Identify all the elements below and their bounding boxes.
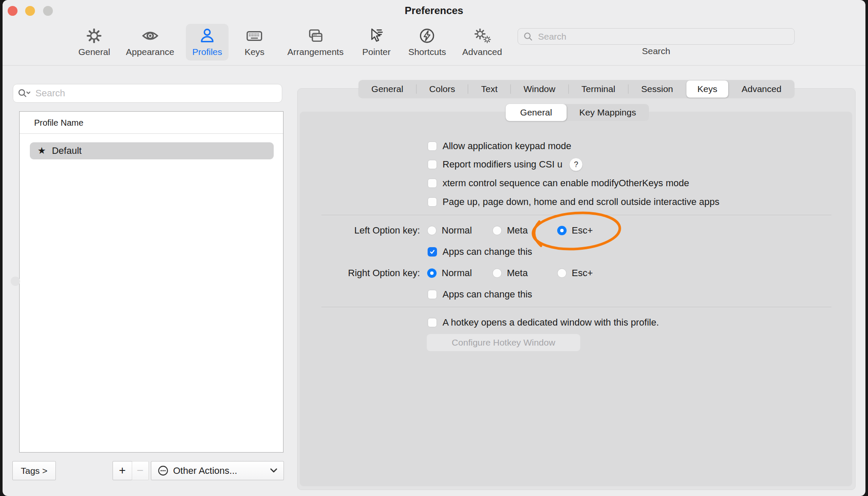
- radio-circle[interactable]: [492, 226, 502, 235]
- row-right-apps-can-change: Apps can change this: [428, 288, 532, 300]
- right-option-key-label: Right Option key:: [258, 267, 420, 279]
- row-modify-other-keys: xterm control sequence can enable modify…: [428, 177, 689, 189]
- toolbar-item-profiles[interactable]: Profiles: [186, 24, 229, 61]
- subtab-general[interactable]: General: [506, 104, 567, 121]
- checkbox-keypad-mode[interactable]: [428, 141, 437, 151]
- row-csi-u: Report modifiers using CSI u ?: [428, 159, 583, 170]
- radio-right-esc[interactable]: Esc+: [557, 267, 593, 279]
- toolbar-item-pointer[interactable]: Pointer: [356, 24, 397, 61]
- profile-list-header: Profile Name: [34, 118, 84, 128]
- toolbar-item-general[interactable]: General: [72, 24, 117, 61]
- eye-icon: [141, 26, 159, 45]
- profile-search-field[interactable]: [13, 84, 282, 103]
- tab-session[interactable]: Session: [628, 80, 686, 98]
- tab-text[interactable]: Text: [469, 80, 511, 98]
- checkbox-right-apps-change[interactable]: [428, 290, 437, 299]
- toolbar-item-keys[interactable]: Keys: [238, 24, 271, 61]
- gray-dot-artifact: [11, 277, 20, 286]
- profile-search-input[interactable]: [35, 87, 278, 99]
- radio-right-normal[interactable]: Normal: [427, 267, 472, 279]
- radio-circle[interactable]: [557, 268, 567, 278]
- search-filter-icon: [17, 88, 31, 98]
- toolbar-search-caption: Search: [518, 46, 795, 56]
- left-option-key-label: Left Option key:: [258, 225, 420, 236]
- radio-circle[interactable]: [492, 268, 502, 278]
- cursor-icon: [367, 26, 386, 45]
- gears-icon: [473, 26, 492, 45]
- toolbar-item-advanced[interactable]: Advanced: [456, 24, 508, 61]
- profile-list: Profile Name ★ Default: [19, 111, 284, 453]
- tab-general[interactable]: General: [359, 80, 416, 98]
- ellipsis-circle-icon: [157, 465, 169, 476]
- row-hotkey-window: A hotkey opens a dedicated window with t…: [428, 317, 659, 329]
- checkbox-hotkey-window[interactable]: [428, 318, 437, 327]
- tags-button[interactable]: Tags >: [12, 461, 56, 480]
- toolbar-search-input[interactable]: [537, 31, 789, 42]
- tab-advanced[interactable]: Advanced: [729, 80, 794, 98]
- radio-left-normal[interactable]: Normal: [427, 225, 472, 236]
- add-profile-button[interactable]: +: [113, 461, 132, 480]
- checkbox-csi-u[interactable]: [428, 160, 437, 169]
- star-icon: ★: [38, 146, 46, 156]
- lightning-icon: [418, 26, 437, 45]
- row-left-apps-can-change: Apps can change this: [428, 246, 532, 258]
- checkbox-modify-other-keys[interactable]: [428, 179, 437, 188]
- profile-tab-bar: General Colors Text Window Terminal Sess…: [359, 80, 794, 98]
- radio-left-esc[interactable]: Esc+: [557, 225, 593, 236]
- section-divider: [321, 215, 831, 215]
- tab-keys[interactable]: Keys: [686, 81, 729, 98]
- keys-subtab-bar: General Key Mappings: [506, 104, 649, 121]
- tab-colors[interactable]: Colors: [417, 80, 468, 98]
- other-actions-dropdown[interactable]: Other Actions...: [151, 461, 284, 480]
- row-page-scroll: Page up, page down, home and end scroll …: [428, 196, 719, 208]
- help-button[interactable]: ?: [569, 158, 583, 171]
- preferences-window: Preferences General Appearance Profiles …: [3, 0, 865, 496]
- tab-window[interactable]: Window: [511, 80, 568, 98]
- remove-profile-button: −: [132, 461, 149, 480]
- window-title: Preferences: [3, 5, 865, 17]
- radio-left-meta[interactable]: Meta: [492, 225, 528, 236]
- search-icon: [523, 32, 533, 42]
- other-actions-label: Other Actions...: [173, 465, 237, 476]
- radio-circle[interactable]: [427, 226, 437, 235]
- header-divider: [20, 133, 283, 134]
- toolbar-item-appearance[interactable]: Appearance: [119, 24, 180, 61]
- profile-name: Default: [52, 145, 82, 156]
- row-keypad-mode: Allow application keypad mode: [428, 140, 571, 152]
- configure-hotkey-window-button: Configure Hotkey Window: [426, 334, 581, 352]
- toolbar-item-shortcuts[interactable]: Shortcuts: [402, 24, 453, 61]
- radio-right-meta[interactable]: Meta: [492, 267, 528, 279]
- section-divider: [321, 307, 831, 307]
- keyboard-icon: [245, 26, 264, 45]
- subtab-key-mappings[interactable]: Key Mappings: [567, 104, 649, 121]
- toolbar-item-arrangements[interactable]: Arrangements: [281, 24, 350, 61]
- checkbox-page-scroll[interactable]: [428, 197, 437, 207]
- toolbar-search-field[interactable]: [518, 28, 795, 45]
- tab-terminal[interactable]: Terminal: [569, 80, 628, 98]
- person-icon: [198, 26, 217, 45]
- radio-circle-selected[interactable]: [557, 226, 567, 235]
- gear-icon: [85, 26, 104, 45]
- checkbox-left-apps-change[interactable]: [428, 247, 437, 257]
- profile-row-default[interactable]: ★ Default: [30, 142, 274, 159]
- toolbar-divider: [3, 65, 865, 66]
- titlebar: Preferences: [3, 0, 865, 21]
- windows-icon: [306, 26, 325, 45]
- radio-circle-selected[interactable]: [427, 268, 437, 278]
- chevron-down-icon: [270, 468, 278, 473]
